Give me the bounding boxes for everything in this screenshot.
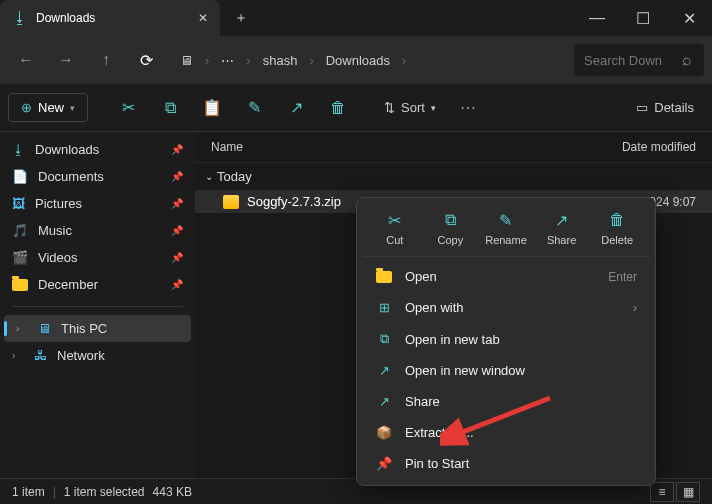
chevron-right-icon: ›: [203, 53, 211, 68]
toolbar: ⊕ New ▾ ✂ ⧉ 📋 ✎ ↗ 🗑 ⇅ Sort ▾ ⋯ ▭ Details: [0, 84, 712, 132]
ctx-delete[interactable]: 🗑Delete: [591, 210, 643, 246]
more-button[interactable]: ⋯: [448, 90, 488, 126]
up-button[interactable]: ↑: [88, 42, 124, 78]
share-icon: ↗: [375, 394, 393, 409]
ctx-extract-all[interactable]: 📦 Extract All...: [363, 417, 649, 448]
sidebar-item-pictures[interactable]: 🖼 Pictures 📌: [0, 190, 195, 217]
document-icon: 📄: [12, 169, 28, 184]
sidebar: ⭳ Downloads 📌 📄 Documents 📌 🖼 Pictures 📌…: [0, 132, 195, 478]
sidebar-item-december[interactable]: December 📌: [0, 271, 195, 298]
pin-icon[interactable]: 📌: [171, 252, 183, 263]
ctx-pin-to-start[interactable]: 📌 Pin to Start: [363, 448, 649, 479]
new-label: New: [38, 100, 64, 115]
view-list-button[interactable]: ≡: [650, 482, 674, 502]
chevron-right-icon[interactable]: ›: [12, 350, 24, 361]
share-icon: ↗: [555, 210, 568, 230]
tab-downloads[interactable]: ⭳ Downloads ✕: [0, 0, 220, 36]
ctx-share[interactable]: ↗Share: [536, 210, 588, 246]
plus-circle-icon: ⊕: [21, 100, 32, 115]
music-icon: 🎵: [12, 223, 28, 238]
paste-button[interactable]: 📋: [192, 90, 232, 126]
rename-button[interactable]: ✎: [234, 90, 274, 126]
sidebar-item-music[interactable]: 🎵 Music 📌: [0, 217, 195, 244]
view-grid-button[interactable]: ▦: [676, 482, 700, 502]
chevron-down-icon: ▾: [431, 103, 436, 113]
monitor-icon: 🖥: [38, 321, 51, 336]
breadcrumb-item[interactable]: Downloads: [320, 53, 396, 68]
sidebar-item-documents[interactable]: 📄 Documents 📌: [0, 163, 195, 190]
minimize-button[interactable]: —: [574, 0, 620, 36]
copy-icon: ⧉: [445, 210, 456, 230]
trash-icon: 🗑: [609, 210, 625, 230]
chevron-right-icon: ›: [400, 53, 408, 68]
forward-button[interactable]: →: [48, 42, 84, 78]
context-menu: ✂Cut ⧉Copy ✎Rename ↗Share 🗑Delete Open E…: [356, 197, 656, 486]
ctx-copy[interactable]: ⧉Copy: [424, 210, 476, 246]
pin-icon: 📌: [375, 456, 393, 471]
refresh-button[interactable]: ⟳: [128, 42, 164, 78]
status-size: 443 KB: [153, 485, 192, 499]
network-icon: 🖧: [34, 348, 47, 363]
navbar: ← → ↑ ⟳ 🖥 › ⋯ › shash › Downloads › ⌕: [0, 36, 712, 84]
monitor-icon: 🖥: [174, 53, 199, 68]
details-button[interactable]: ▭ Details: [626, 100, 704, 115]
sidebar-item-videos[interactable]: 🎬 Videos 📌: [0, 244, 195, 271]
sidebar-item-network[interactable]: › 🖧 Network: [0, 342, 195, 369]
pin-icon[interactable]: 📌: [171, 171, 183, 182]
new-button[interactable]: ⊕ New ▾: [8, 93, 88, 122]
chevron-right-icon: ›: [307, 53, 315, 68]
ctx-cut[interactable]: ✂Cut: [369, 210, 421, 246]
ctx-rename[interactable]: ✎Rename: [480, 210, 532, 246]
chevron-right-icon: ›: [633, 300, 637, 315]
scissors-icon: ✂: [388, 210, 401, 230]
ctx-open-new-window[interactable]: ↗ Open in new window: [363, 355, 649, 386]
ctx-open[interactable]: Open Enter: [363, 261, 649, 292]
pin-icon[interactable]: 📌: [171, 144, 183, 155]
cut-button[interactable]: ✂: [108, 90, 148, 126]
extract-icon: 📦: [375, 425, 393, 440]
breadcrumb-item[interactable]: shash: [257, 53, 304, 68]
search-icon: ⌕: [682, 51, 692, 69]
copy-button[interactable]: ⧉: [150, 90, 190, 126]
newwindow-icon: ↗: [375, 363, 393, 378]
search-box[interactable]: ⌕: [574, 44, 704, 76]
close-tab-icon[interactable]: ✕: [198, 11, 208, 25]
breadcrumb[interactable]: 🖥 › ⋯ › shash › Downloads ›: [168, 53, 570, 68]
column-name[interactable]: Name: [211, 140, 622, 154]
info-icon: ▭: [636, 100, 648, 115]
sort-button[interactable]: ⇅ Sort ▾: [374, 100, 446, 115]
ctx-share[interactable]: ↗ Share: [363, 386, 649, 417]
chevron-right-icon[interactable]: ›: [16, 323, 28, 334]
pin-icon[interactable]: 📌: [171, 225, 183, 236]
pin-icon[interactable]: 📌: [171, 198, 183, 209]
ctx-open-new-tab[interactable]: ⧉ Open in new tab: [363, 323, 649, 355]
sidebar-item-thispc[interactable]: › 🖥 This PC: [4, 315, 191, 342]
sidebar-item-downloads[interactable]: ⭳ Downloads 📌: [0, 136, 195, 163]
titlebar: ⭳ Downloads ✕ ＋ — ☐ ✕: [0, 0, 712, 36]
new-tab-button[interactable]: ＋: [220, 9, 262, 27]
tab-title: Downloads: [36, 11, 190, 25]
pin-icon[interactable]: 📌: [171, 279, 183, 290]
column-date[interactable]: Date modified: [622, 140, 696, 154]
download-icon: ⭳: [12, 9, 28, 27]
ctx-open-with[interactable]: ⊞ Open with ›: [363, 292, 649, 323]
share-button[interactable]: ↗: [276, 90, 316, 126]
videos-icon: 🎬: [12, 250, 28, 265]
newtab-icon: ⧉: [375, 331, 393, 347]
zip-icon: [223, 195, 239, 209]
openwith-icon: ⊞: [375, 300, 393, 315]
maximize-button[interactable]: ☐: [620, 0, 666, 36]
sort-icon: ⇅: [384, 100, 395, 115]
close-window-button[interactable]: ✕: [666, 0, 712, 36]
delete-button[interactable]: 🗑: [318, 90, 358, 126]
folder-icon: [12, 279, 28, 291]
status-selected: 1 item selected: [64, 485, 145, 499]
back-button[interactable]: ←: [8, 42, 44, 78]
breadcrumb-dots[interactable]: ⋯: [215, 53, 240, 68]
search-input[interactable]: [584, 53, 674, 68]
status-count: 1 item: [12, 485, 45, 499]
separator: [12, 306, 183, 307]
group-header[interactable]: ⌄ Today: [195, 163, 712, 190]
pictures-icon: 🖼: [12, 196, 25, 211]
chevron-right-icon: ›: [244, 53, 252, 68]
